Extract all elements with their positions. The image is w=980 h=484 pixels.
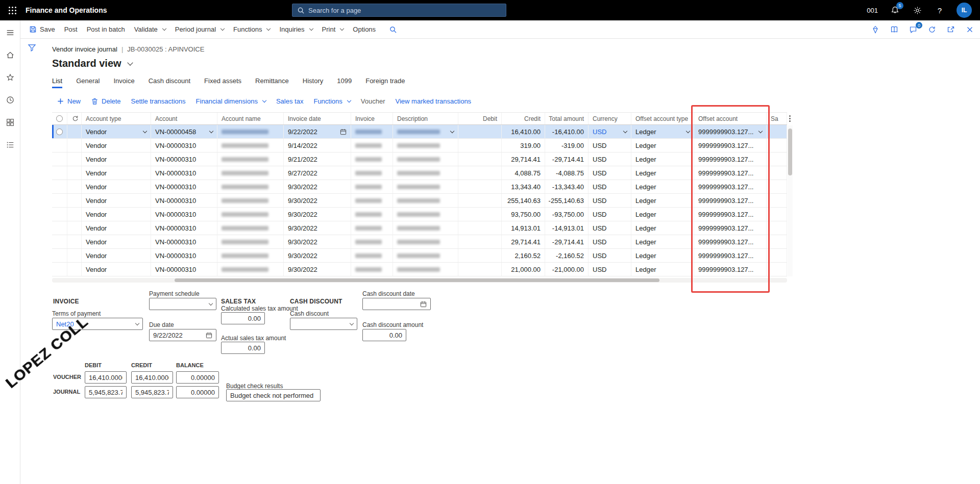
toolbar-search-button[interactable] [387,24,399,35]
cell-sel[interactable] [52,139,67,152]
cell-debit[interactable] [458,221,502,235]
actual-sales-tax-field[interactable]: 0.00 [221,342,265,354]
cell-description[interactable] [393,221,458,235]
cell-invoice[interactable] [351,249,393,262]
cell-account_type[interactable]: Vendor [82,166,151,180]
cell-description[interactable] [393,194,458,207]
cell-sel[interactable] [52,235,67,248]
cell-currency[interactable]: USD [589,263,631,276]
cell-invoice[interactable] [351,194,393,207]
budget-check-field[interactable]: Budget check not performed [226,389,321,401]
cell-description[interactable] [393,208,458,221]
cell-invoice_date[interactable]: 9/22/2022 [284,125,351,138]
toolbar-options-button[interactable]: Options [348,22,380,37]
cell-sel[interactable] [52,263,67,276]
scrollbar-thumb[interactable] [175,278,659,282]
cell-currency[interactable]: USD [589,152,631,166]
column-header-offset-account[interactable]: Offset account [694,113,767,124]
cell-sync[interactable] [67,221,82,235]
grid-row[interactable]: VendorVN-000003109/30/202229,714.41-29,7… [52,235,787,249]
cell-offset_account_type[interactable]: Ledger [631,139,694,152]
cell-account_name[interactable] [217,152,284,166]
nav-menu-button[interactable] [2,25,18,40]
calculated-sales-tax-field[interactable]: 0.00 [221,312,265,324]
cell-sales_tax[interactable] [767,152,787,166]
cell-sales_tax[interactable] [767,139,787,152]
help-button[interactable]: ? [934,5,945,16]
grid-row[interactable]: VendorVN-000003109/30/202213,343.40-13,3… [52,180,787,194]
column-header-debit[interactable]: Debit [458,113,502,124]
cell-currency[interactable]: USD [589,180,631,193]
cell-sync[interactable] [67,152,82,166]
toolbar-period-journal-button[interactable]: Period journal [170,22,229,37]
vertical-scrollbar[interactable] [788,125,793,276]
cell-invoice[interactable] [351,180,393,193]
cell-description[interactable] [393,235,458,248]
cell-invoice_date[interactable]: 9/30/2022 [284,263,351,276]
cell-invoice_date[interactable]: 9/30/2022 [284,235,351,248]
tab-general[interactable]: General [76,77,100,88]
cell-credit[interactable]: 14,913.01 [502,221,545,235]
cell-sales_tax[interactable] [767,263,787,276]
cell-offset_account[interactable]: 9999999903.127... [694,235,767,248]
horizontal-scrollbar[interactable] [52,278,787,283]
cell-debit[interactable] [458,125,502,138]
cell-total_amount[interactable]: -93,750.00 [545,208,589,221]
cell-description[interactable] [393,263,458,276]
nav-home-button[interactable] [2,47,18,63]
cell-sync[interactable] [67,166,82,180]
column-header-description[interactable]: Description [393,113,458,124]
cell-debit[interactable] [458,139,502,152]
cell-sel[interactable] [52,125,67,138]
refresh-button[interactable] [927,24,937,35]
cell-sync[interactable] [67,139,82,152]
cell-account_name[interactable] [217,249,284,262]
column-header-sa[interactable]: Sa [767,113,787,124]
filter-icon[interactable] [28,43,36,54]
avatar[interactable]: IL [957,3,972,18]
cell-offset_account[interactable]: 9999999903.127... [694,249,767,262]
cell-sales_tax[interactable] [767,249,787,262]
journal-balance-field[interactable]: 0.00000 [176,386,219,398]
cell-offset_account[interactable]: 9999999903.127... [694,263,767,276]
grid-row[interactable]: VendorVN-000003109/30/202214,913.01-14,9… [52,221,787,235]
grid-row[interactable]: VendorVN-000003109/30/202221,000.00-21,0… [52,263,787,276]
cell-credit[interactable]: 21,000.00 [502,263,545,276]
toolbar-post-button[interactable]: Post [60,22,82,37]
cell-offset_account_type[interactable]: Ledger [631,249,694,262]
cell-credit[interactable]: 93,750.00 [502,208,545,221]
cell-currency[interactable]: USD [589,125,631,138]
cell-credit[interactable]: 4,088.75 [502,166,545,180]
cell-description[interactable] [393,166,458,180]
settings-button[interactable] [912,5,923,16]
cell-sales_tax[interactable] [767,221,787,235]
cell-description[interactable] [393,180,458,193]
cell-account[interactable]: VN-00000310 [151,235,217,248]
cell-total_amount[interactable]: -13,343.40 [545,180,589,193]
cell-total_amount[interactable]: -2,160.52 [545,249,589,262]
nav-modules-button[interactable] [2,137,18,152]
column-header-account[interactable]: Account [151,113,217,124]
toolbar-print-button[interactable]: Print [317,22,349,37]
cell-total_amount[interactable]: -255,140.63 [545,194,589,207]
view-title[interactable]: Standard view [52,58,132,69]
grid-row[interactable]: VendorVN-000003109/14/2022319.00-319.00U… [52,139,787,152]
cell-invoice[interactable] [351,166,393,180]
tab-cash-discount[interactable]: Cash discount [149,77,190,88]
column-header-offset-account-type[interactable]: Offset account type [631,113,694,124]
cell-currency[interactable]: USD [589,208,631,221]
cell-description[interactable] [393,139,458,152]
select-all-checkbox[interactable] [52,113,67,124]
column-header-account-name[interactable]: Account name [217,113,284,124]
cell-offset_account[interactable]: 9999999903.127... [694,221,767,235]
cell-invoice_date[interactable]: 9/21/2022 [284,152,351,166]
cell-sync[interactable] [67,208,82,221]
cell-currency[interactable]: USD [589,166,631,180]
close-button[interactable] [965,24,975,35]
company-book-button[interactable] [889,24,899,35]
cell-invoice[interactable] [351,139,393,152]
cell-debit[interactable] [458,208,502,221]
toolbar-inquiries-button[interactable]: Inquiries [275,22,317,37]
cell-account_type[interactable]: Vendor [82,152,151,166]
cell-offset_account_type[interactable]: Ledger [631,194,694,207]
